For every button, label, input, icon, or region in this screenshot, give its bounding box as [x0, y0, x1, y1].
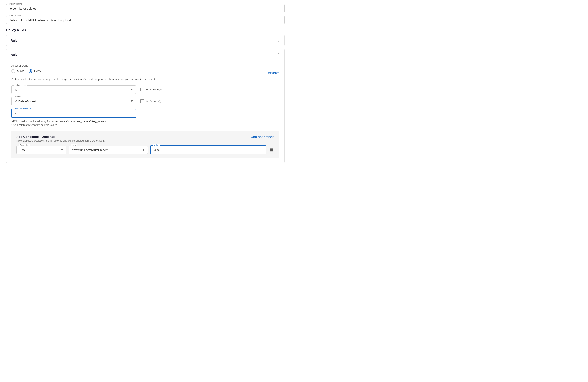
actions-label: Actions [14, 95, 23, 98]
policy-rules-heading: Policy Rules [6, 28, 285, 32]
collapsed-rule-header[interactable]: Rule ⌄ [6, 35, 284, 45]
conditions-header-left: Add Conditions (Optional) Note: Duplicat… [16, 135, 105, 142]
radio-group: Allow Deny [11, 69, 41, 73]
value-input[interactable] [153, 149, 263, 152]
actions-wrapper: Actions s3:DeleteBucket ▼ [11, 97, 136, 105]
value-field: Value [150, 146, 266, 154]
value-field-wrapper: Value [150, 146, 266, 154]
resource-name-input[interactable] [15, 112, 133, 115]
collapsed-rule-title: Rule [11, 39, 18, 42]
actions-row: Actions s3:DeleteBucket ▼ All Actions(*) [11, 97, 279, 105]
allow-radio-circle [11, 69, 15, 73]
resource-name-label: Resource Name [14, 107, 32, 110]
rule-body: Allow or Deny Allow Deny REMOVE [6, 60, 284, 163]
deny-radio-option[interactable]: Deny [29, 69, 41, 73]
allow-radio-label: Allow [17, 69, 24, 73]
policy-type-label: Policy Type [14, 84, 27, 86]
all-service-checkbox-option[interactable]: All Service(*) [140, 88, 162, 91]
value-field-label: Value [153, 144, 160, 147]
description-input[interactable] [9, 19, 282, 22]
add-conditions-button[interactable]: + ADD CONDITIONS [249, 135, 274, 139]
policy-type-wrapper: Policy Type s3 ▼ [11, 85, 136, 94]
condition-select[interactable]: Bool [20, 149, 59, 152]
all-actions-checkbox[interactable] [140, 99, 144, 103]
deny-radio-label: Deny [34, 69, 41, 73]
statement-description: A statement is the formal description of… [11, 77, 279, 81]
actions-select[interactable]: s3:DeleteBucket [15, 100, 127, 103]
condition-select-wrapper: Condition Bool ▼ [16, 146, 66, 154]
description-field: Description [6, 16, 285, 24]
all-actions-checkbox-option[interactable]: All Actions(*) [140, 99, 161, 103]
expanded-rule-header[interactable]: Rule ⌃ [6, 49, 284, 60]
condition-row: Condition Bool ▼ Key aws:MultiFacto [16, 146, 274, 154]
all-service-checkbox[interactable] [140, 88, 144, 91]
allow-radio-option[interactable]: Allow [11, 69, 24, 73]
collapsed-rule-card: Rule ⌄ [6, 35, 285, 46]
conditions-title: Add Conditions (Optional) [16, 135, 105, 138]
key-select-label: Key [71, 144, 77, 147]
expanded-rule-title: Rule [11, 53, 18, 56]
key-arrow-icon: ▼ [142, 148, 145, 152]
condition-select-field: Condition Bool ▼ [16, 146, 66, 154]
chevron-down-icon: ⌄ [277, 38, 280, 42]
key-select-wrapper: Key aws:MultiFactorAuthPresent ▼ [69, 146, 148, 154]
arn-hint-text: ARN should follow the following format: [11, 120, 56, 123]
actions-field: Actions s3:DeleteBucket ▼ [11, 97, 136, 105]
arn-hint-line1: ARN should follow the following format: … [11, 120, 279, 123]
policy-name-field: Policy Name [6, 4, 285, 12]
arn-hint-bold: arn:aws:s3:::<bucket_name>/<key_name> [56, 120, 105, 123]
chevron-up-icon: ⌃ [277, 52, 280, 57]
policy-type-field: Policy Type s3 ▼ [11, 85, 136, 94]
deny-radio-circle [29, 69, 32, 73]
expanded-rule-card: Rule ⌃ Allow or Deny Allow Deny [6, 49, 285, 163]
description-label: Description [8, 14, 21, 17]
condition-select-label: Condition [19, 144, 30, 147]
policy-name-label: Policy Name [8, 2, 23, 5]
conditions-section: Add Conditions (Optional) Note: Duplicat… [11, 131, 279, 158]
policy-name-input[interactable] [9, 7, 282, 10]
key-select[interactable]: aws:MultiFactorAuthPresent [72, 149, 140, 152]
policy-type-arrow-icon: ▼ [130, 88, 133, 91]
condition-arrow-icon: ▼ [60, 148, 63, 152]
conditions-header: Add Conditions (Optional) Note: Duplicat… [16, 135, 274, 142]
arn-hint-line2: Use a comma to separate multiple values. [11, 124, 279, 127]
allow-deny-label: Allow or Deny [11, 64, 279, 67]
delete-condition-icon[interactable]: 🗑 [269, 147, 274, 153]
conditions-note: Note: Duplicate operators are not allowe… [16, 139, 105, 142]
policy-type-row: Policy Type s3 ▼ All Service(*) [11, 85, 279, 94]
actions-arrow-icon: ▼ [130, 99, 133, 103]
resource-name-field: Resource Name [11, 109, 136, 118]
remove-button[interactable]: REMOVE [268, 72, 279, 75]
key-select-field: Key aws:MultiFactorAuthPresent ▼ [69, 146, 148, 154]
all-actions-label: All Actions(*) [146, 100, 161, 103]
all-service-label: All Service(*) [146, 88, 162, 91]
policy-type-select[interactable]: s3 [15, 88, 127, 91]
